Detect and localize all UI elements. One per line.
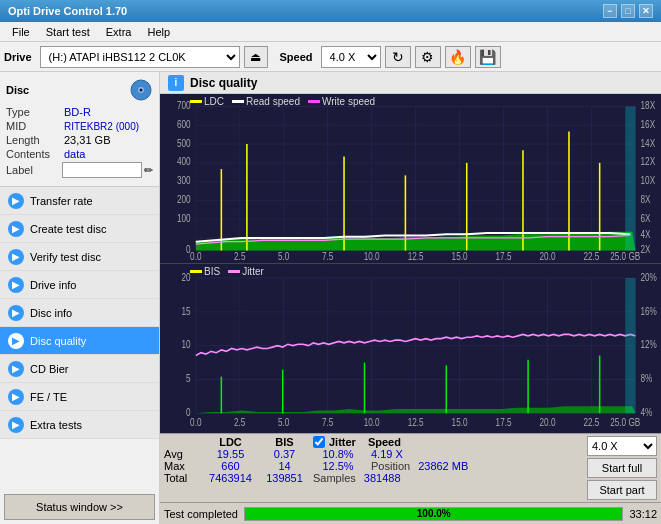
- svg-text:4X: 4X: [641, 229, 651, 240]
- disc-info-icon: ▶: [8, 305, 24, 321]
- close-button[interactable]: ✕: [639, 4, 653, 18]
- right-panel: i Disc quality LDC Read speed: [160, 72, 661, 524]
- svg-text:15: 15: [182, 304, 192, 317]
- label-input[interactable]: [62, 162, 142, 178]
- menu-help[interactable]: Help: [139, 24, 178, 40]
- fe-te-icon: ▶: [8, 389, 24, 405]
- nav-fe-te[interactable]: ▶ FE / TE: [0, 383, 159, 411]
- svg-text:4%: 4%: [641, 406, 653, 419]
- speed-dropdown[interactable]: 4.0 X: [587, 436, 657, 456]
- nav-drive-info[interactable]: ▶ Drive info: [0, 271, 159, 299]
- speed-select[interactable]: 4.0 X: [321, 46, 381, 68]
- top-chart-svg: 700 600 500 400 300 200 100 0 18X 16X 14…: [160, 94, 661, 263]
- verify-test-disc-icon: ▶: [8, 249, 24, 265]
- svg-text:12X: 12X: [641, 157, 656, 168]
- svg-rect-61: [625, 107, 635, 251]
- menu-bar: File Start test Extra Help: [0, 22, 661, 42]
- svg-text:20.0: 20.0: [540, 252, 556, 263]
- svg-text:5.0: 5.0: [278, 252, 289, 263]
- status-window-button[interactable]: Status window >>: [4, 494, 155, 520]
- position-label: Position: [371, 460, 410, 472]
- refresh-button[interactable]: ↻: [385, 46, 411, 68]
- samples-value: 381488: [364, 472, 401, 484]
- empty-header: [164, 436, 199, 448]
- top-chart-legend: LDC Read speed Write speed: [190, 96, 375, 107]
- top-chart: LDC Read speed Write speed: [160, 94, 661, 264]
- time-text: 33:12: [629, 508, 657, 520]
- max-jitter: 12.5%: [313, 460, 363, 472]
- total-label: Total: [164, 472, 199, 484]
- svg-text:20.0: 20.0: [540, 416, 556, 429]
- status-row: Test completed 100.0% 33:12: [160, 502, 661, 524]
- create-test-disc-icon: ▶: [8, 221, 24, 237]
- svg-text:7.5: 7.5: [322, 416, 334, 429]
- minimize-button[interactable]: −: [603, 4, 617, 18]
- avg-ldc: 19.55: [203, 448, 258, 460]
- nav-cd-bier[interactable]: ▶ CD Bier: [0, 355, 159, 383]
- menu-extra[interactable]: Extra: [98, 24, 140, 40]
- nav-disc-info[interactable]: ▶ Disc info: [0, 299, 159, 327]
- max-bis: 14: [262, 460, 307, 472]
- drive-select[interactable]: (H:) ATAPI iHBS112 2 CL0K: [40, 46, 240, 68]
- avg-speed: 4.19 X: [371, 448, 403, 460]
- stats-header: LDC BIS: [164, 436, 307, 448]
- jitter-speed-stats: Jitter Speed 10.8% 4.19 X 12.5% Position…: [313, 436, 493, 484]
- quality-icon: i: [168, 75, 184, 91]
- drive-toolbar: Drive (H:) ATAPI iHBS112 2 CL0K ⏏ Speed …: [0, 42, 661, 72]
- mid-label: MID: [6, 120, 64, 132]
- contents-value: data: [64, 148, 85, 160]
- svg-text:400: 400: [177, 157, 191, 168]
- bis-col-header: BIS: [262, 436, 307, 448]
- bottom-chart-svg: 20 15 10 5 0 20% 16% 12% 8% 4% 0.0 2.5: [160, 264, 661, 433]
- nav-extra-tests-label: Extra tests: [30, 419, 82, 431]
- maximize-button[interactable]: □: [621, 4, 635, 18]
- avg-jitter: 10.8%: [313, 448, 363, 460]
- eject-button[interactable]: ⏏: [244, 46, 268, 68]
- avg-row: Avg 19.55 0.37: [164, 448, 307, 460]
- speed-col-header: Speed: [368, 436, 401, 448]
- contents-label: Contents: [6, 148, 64, 160]
- disc-section: Disc Type BD-R MID RITEKBR2 (000) Length…: [0, 72, 159, 187]
- svg-text:500: 500: [177, 138, 191, 149]
- position-value: 23862 MB: [418, 460, 468, 472]
- svg-text:0.0: 0.0: [190, 416, 202, 429]
- nav-create-test-disc-label: Create test disc: [30, 223, 106, 235]
- bottom-chart-legend: BIS Jitter: [190, 266, 264, 277]
- mid-value: RITEKBR2 (000): [64, 121, 139, 132]
- erase-button[interactable]: 🔥: [445, 46, 471, 68]
- svg-text:0.0: 0.0: [190, 252, 201, 263]
- nav-transfer-rate-label: Transfer rate: [30, 195, 93, 207]
- avg-jitter-row: 10.8% 4.19 X: [313, 448, 493, 460]
- nav-fe-te-label: FE / TE: [30, 391, 67, 403]
- samples-row: Samples 381488: [313, 472, 493, 484]
- nav-extra-tests[interactable]: ▶ Extra tests: [0, 411, 159, 439]
- nav-create-test-disc[interactable]: ▶ Create test disc: [0, 215, 159, 243]
- svg-text:25.0 GB: 25.0 GB: [610, 416, 640, 429]
- start-full-button[interactable]: Start full: [587, 458, 657, 478]
- nav-transfer-rate[interactable]: ▶ Transfer rate: [0, 187, 159, 215]
- nav-verify-test-disc[interactable]: ▶ Verify test disc: [0, 243, 159, 271]
- svg-text:20%: 20%: [641, 271, 658, 284]
- label-edit-icon[interactable]: ✏: [144, 164, 153, 177]
- settings-button[interactable]: ⚙: [415, 46, 441, 68]
- app-title: Opti Drive Control 1.70: [8, 5, 127, 17]
- samples-label: Samples: [313, 472, 356, 484]
- transfer-rate-icon: ▶: [8, 193, 24, 209]
- jitter-checkbox[interactable]: [313, 436, 325, 448]
- svg-text:300: 300: [177, 175, 191, 186]
- svg-text:14X: 14X: [641, 138, 656, 149]
- speed-buttons: 4.0 X Start full Start part: [587, 436, 657, 500]
- menu-start-test[interactable]: Start test: [38, 24, 98, 40]
- svg-text:12.5: 12.5: [408, 416, 424, 429]
- save-button[interactable]: 💾: [475, 46, 501, 68]
- nav-disc-quality[interactable]: ▶ Disc quality: [0, 327, 159, 355]
- start-part-button[interactable]: Start part: [587, 480, 657, 500]
- disc-icon: [129, 78, 153, 102]
- type-value: BD-R: [64, 106, 91, 118]
- status-text: Test completed: [164, 508, 238, 520]
- menu-file[interactable]: File: [4, 24, 38, 40]
- bottom-chart: BIS Jitter: [160, 264, 661, 433]
- total-row: Total 7463914 139851: [164, 472, 307, 484]
- title-bar: Opti Drive Control 1.70 − □ ✕: [0, 0, 661, 22]
- svg-text:8%: 8%: [641, 372, 653, 385]
